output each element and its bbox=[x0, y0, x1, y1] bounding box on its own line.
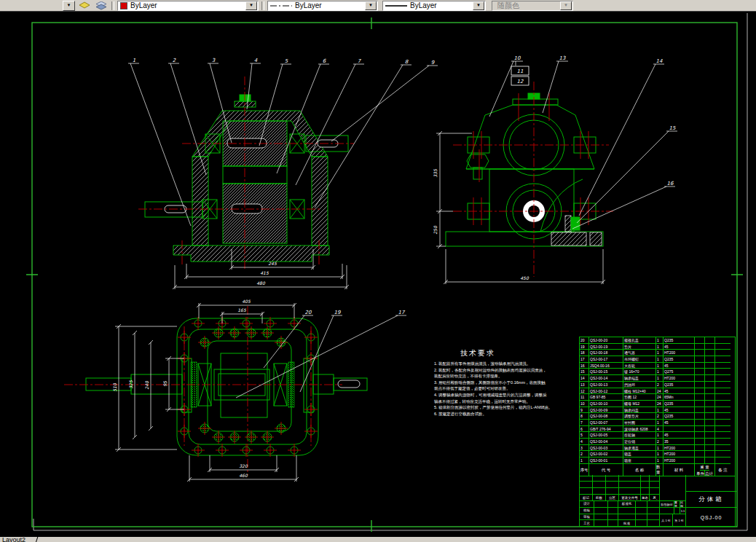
part-callout-number: 3 bbox=[212, 58, 216, 63]
bom-row: 9QSJ-00-09轴承闷盖145 bbox=[580, 407, 735, 414]
part-callout-number: 14 bbox=[656, 58, 663, 64]
weight-value bbox=[674, 508, 680, 514]
part-callout-number: 8 bbox=[405, 59, 409, 65]
front-section-view bbox=[138, 76, 354, 271]
tech-requirement-line: 装配后应转动灵活，不得有卡滞现象。 bbox=[434, 373, 577, 380]
linetype-dropdown-caret[interactable]: ▼ bbox=[365, 1, 377, 10]
bom-row: 16JSQ4.00-16大齿轮145 bbox=[580, 363, 735, 369]
plotstyle-control-value: 随颜色 bbox=[497, 1, 519, 11]
bom-row: 7QSJ-00-07密封圈145 bbox=[580, 420, 735, 426]
dimension-value: 460 bbox=[239, 473, 248, 478]
part-callout-number: 9 bbox=[431, 60, 435, 66]
drawing-title: 分体箱 bbox=[686, 492, 736, 508]
bolt-hole bbox=[240, 444, 253, 457]
threaded-hole bbox=[275, 336, 288, 349]
sheet-count: 共 1 张 bbox=[660, 514, 673, 527]
threaded-hole bbox=[198, 422, 211, 435]
part-callout-number: 5 bbox=[285, 58, 288, 64]
dimension-value: 335 bbox=[433, 168, 438, 178]
bom-row: 19QSJ-00-19垫片145 bbox=[580, 344, 735, 350]
color-dropdown-caret[interactable]: ▼ bbox=[245, 1, 257, 10]
dimension-value: 320 bbox=[239, 463, 248, 468]
object-properties-toolbar: ▼ ByLayer ▼ ByLayer ▼ bbox=[0, 0, 756, 12]
bom-row: 20QSJ-00-20窥视孔盖1Q235 bbox=[580, 337, 735, 344]
bom-row: 4QSJ-00-04定位销235 bbox=[580, 439, 735, 445]
threaded-hole bbox=[275, 422, 288, 435]
tech-requirements-text: 1. 装配前所有零件用煤油清洗，滚动轴承用汽油清洗。2. 装配时，各配合件及相对… bbox=[434, 361, 577, 417]
dimension-value: 450 bbox=[520, 275, 529, 280]
tech-requirement-line: 3. 用铅丝检验啮合侧隙，其侧隙值应不小于0.16mm，齿面接触 bbox=[434, 380, 577, 386]
threaded-hole bbox=[245, 431, 258, 444]
color-control-dropdown[interactable]: ByLayer ▼ bbox=[117, 1, 259, 11]
bom-row: 13QSJ-00-13挡油环2Q235 bbox=[580, 382, 735, 388]
dimension-value: 325 bbox=[128, 380, 133, 389]
dimension-value: 405 bbox=[242, 299, 251, 304]
toolbar-separator bbox=[111, 1, 114, 10]
tech-requirement-line: 4. 调整轴承轴向游隙时，可用增减端盖垫片的方法调整，调整后 bbox=[434, 392, 577, 398]
tech-requirement-line: 轴承不得过紧，转动应灵活平稳，运转时无异常声响。 bbox=[434, 398, 577, 405]
linetype-control-value: ByLayer bbox=[295, 1, 322, 9]
bom-row: 11GB 97-85垫圈 122465Mn bbox=[580, 394, 735, 401]
part-callout-number: 2 bbox=[173, 58, 176, 63]
plotstyle-control-dropdown: 随颜色 ▼ bbox=[492, 1, 573, 11]
tab-divider bbox=[35, 537, 39, 542]
tech-requirement-line: 2. 装配时，各配合件及相对运动件的接触表面均需涂以润滑油， bbox=[434, 367, 577, 374]
part-callout-number: 11 bbox=[517, 68, 524, 74]
titleblock-empty-cell bbox=[660, 475, 686, 501]
layer-diamond-icon bbox=[79, 1, 90, 10]
part-callout-number: 1 bbox=[133, 58, 135, 63]
toolbar-clipped-area bbox=[0, 5, 63, 6]
signature-grid: 设计标准化校核审核工艺批准 bbox=[580, 501, 660, 527]
linetype-sample-icon bbox=[270, 3, 292, 9]
dimension-value: 510 bbox=[112, 382, 117, 392]
bolt-hole bbox=[216, 444, 229, 457]
bolt-hole bbox=[288, 444, 301, 457]
layout-tab-strip: Layout2 bbox=[0, 537, 756, 542]
part-callout-number: 15 bbox=[669, 125, 676, 131]
parts-list-header: 序号 代 号 名 称 数量 材 料 重 量 单件 总计 备 注 bbox=[580, 464, 735, 476]
threaded-hole bbox=[212, 326, 225, 339]
company-cell bbox=[686, 475, 736, 492]
linetype-control-dropdown[interactable]: ByLayer ▼ bbox=[267, 1, 378, 11]
bolt-hole bbox=[240, 317, 253, 330]
dimension-value: 245 bbox=[268, 261, 277, 266]
part-callout-number: 4 bbox=[254, 58, 258, 63]
bolt-hole bbox=[288, 317, 301, 330]
bom-row: 5QSJ-00-05齿轮轴145 bbox=[580, 432, 735, 439]
part-callout-number: 6 bbox=[323, 58, 326, 64]
dimension-value: 480 bbox=[256, 280, 266, 286]
part-callout-number: 12 bbox=[517, 79, 524, 85]
weight-label: 重量 bbox=[674, 501, 680, 508]
layer-combo-caret[interactable]: ▼ bbox=[63, 1, 75, 11]
tech-requirement-line: 5. 箱体剖分面涂以密封胶，严禁使用任何垫片，箱内注L-AN68油。 bbox=[434, 404, 577, 411]
layers-icon bbox=[95, 1, 107, 10]
plotstyle-dropdown-caret: ▼ bbox=[560, 1, 572, 10]
sheet-number: 第 1 张 bbox=[673, 514, 686, 527]
layer-previous-button[interactable] bbox=[94, 1, 109, 10]
bom-row: 3QSJ-00-03轴承透盖1HT200 bbox=[580, 445, 735, 452]
scale-value: 1:1 bbox=[680, 508, 686, 514]
tab-layout2[interactable]: Layout2 bbox=[2, 537, 25, 542]
part-callout-number: 17 bbox=[398, 310, 406, 315]
lineweight-control-value: ByLayer bbox=[410, 1, 437, 9]
threaded-hole bbox=[245, 326, 258, 339]
drawing-number: QSJ-00 bbox=[686, 508, 736, 527]
dimension-value: 250 bbox=[433, 225, 438, 235]
bolt-hole bbox=[192, 317, 205, 330]
top-plan-view bbox=[64, 306, 367, 475]
lineweight-sample-icon bbox=[385, 3, 407, 9]
bom-row: 17QSJ-00-17吊环螺钉1Q235 bbox=[580, 356, 735, 363]
bom-row: 6GB/T 276-94滚动轴承 62084 bbox=[580, 426, 735, 433]
make-layer-current-button[interactable] bbox=[77, 1, 92, 10]
side-view bbox=[446, 82, 613, 277]
lineweight-dropdown-caret[interactable]: ▼ bbox=[473, 1, 484, 10]
part-callout-number: 7 bbox=[358, 58, 362, 64]
current-color-swatch bbox=[120, 2, 127, 9]
dimension-value: 95 bbox=[162, 380, 168, 387]
technical-requirements: 技术要求 1. 装配前所有零件用煤油清洗，滚动轴承用汽油清洗。2. 装配时，各配… bbox=[434, 348, 577, 417]
threaded-hole bbox=[261, 326, 274, 339]
tech-requirement-line: 6. 按规定进行空载跑合试验。 bbox=[434, 411, 577, 417]
bom-row: 8QSJ-00-08调整垫片2Q235 bbox=[580, 413, 735, 420]
threaded-hole bbox=[198, 336, 211, 349]
lineweight-control-dropdown[interactable]: ByLayer ▼ bbox=[382, 1, 486, 11]
